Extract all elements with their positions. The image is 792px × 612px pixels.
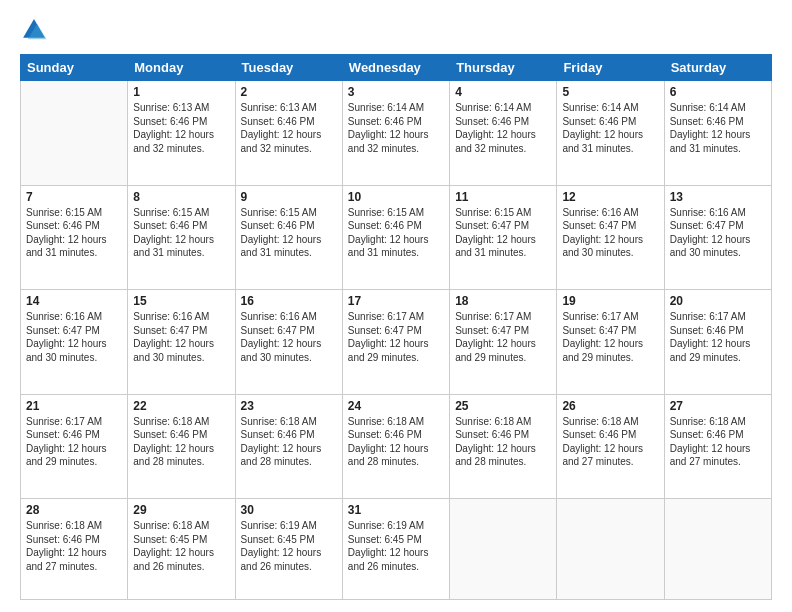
table-row: 14Sunrise: 6:16 AM Sunset: 6:47 PM Dayli… [21,290,128,395]
day-number: 8 [133,190,229,204]
day-number: 15 [133,294,229,308]
day-info: Sunrise: 6:13 AM Sunset: 6:46 PM Dayligh… [133,101,229,155]
table-row: 30Sunrise: 6:19 AM Sunset: 6:45 PM Dayli… [235,499,342,600]
logo [20,16,52,44]
table-row [21,81,128,186]
day-info: Sunrise: 6:18 AM Sunset: 6:46 PM Dayligh… [241,415,337,469]
table-row: 16Sunrise: 6:16 AM Sunset: 6:47 PM Dayli… [235,290,342,395]
day-number: 24 [348,399,444,413]
day-number: 3 [348,85,444,99]
day-info: Sunrise: 6:15 AM Sunset: 6:47 PM Dayligh… [455,206,551,260]
col-friday: Friday [557,55,664,81]
col-wednesday: Wednesday [342,55,449,81]
col-saturday: Saturday [664,55,771,81]
day-info: Sunrise: 6:18 AM Sunset: 6:46 PM Dayligh… [455,415,551,469]
day-info: Sunrise: 6:16 AM Sunset: 6:47 PM Dayligh… [562,206,658,260]
table-row: 21Sunrise: 6:17 AM Sunset: 6:46 PM Dayli… [21,394,128,499]
table-row: 10Sunrise: 6:15 AM Sunset: 6:46 PM Dayli… [342,185,449,290]
col-sunday: Sunday [21,55,128,81]
day-number: 6 [670,85,766,99]
table-row: 19Sunrise: 6:17 AM Sunset: 6:47 PM Dayli… [557,290,664,395]
day-info: Sunrise: 6:15 AM Sunset: 6:46 PM Dayligh… [241,206,337,260]
table-row: 31Sunrise: 6:19 AM Sunset: 6:45 PM Dayli… [342,499,449,600]
table-row: 8Sunrise: 6:15 AM Sunset: 6:46 PM Daylig… [128,185,235,290]
day-number: 7 [26,190,122,204]
table-row: 23Sunrise: 6:18 AM Sunset: 6:46 PM Dayli… [235,394,342,499]
day-info: Sunrise: 6:17 AM Sunset: 6:46 PM Dayligh… [670,310,766,364]
day-info: Sunrise: 6:17 AM Sunset: 6:47 PM Dayligh… [455,310,551,364]
day-info: Sunrise: 6:15 AM Sunset: 6:46 PM Dayligh… [26,206,122,260]
day-number: 18 [455,294,551,308]
day-info: Sunrise: 6:18 AM Sunset: 6:46 PM Dayligh… [562,415,658,469]
day-info: Sunrise: 6:17 AM Sunset: 6:47 PM Dayligh… [562,310,658,364]
day-info: Sunrise: 6:15 AM Sunset: 6:46 PM Dayligh… [348,206,444,260]
day-number: 31 [348,503,444,517]
day-info: Sunrise: 6:14 AM Sunset: 6:46 PM Dayligh… [670,101,766,155]
calendar-week-row: 14Sunrise: 6:16 AM Sunset: 6:47 PM Dayli… [21,290,772,395]
table-row [450,499,557,600]
day-info: Sunrise: 6:15 AM Sunset: 6:46 PM Dayligh… [133,206,229,260]
table-row: 4Sunrise: 6:14 AM Sunset: 6:46 PM Daylig… [450,81,557,186]
day-number: 16 [241,294,337,308]
day-info: Sunrise: 6:16 AM Sunset: 6:47 PM Dayligh… [241,310,337,364]
day-info: Sunrise: 6:14 AM Sunset: 6:46 PM Dayligh… [562,101,658,155]
day-info: Sunrise: 6:18 AM Sunset: 6:46 PM Dayligh… [133,415,229,469]
day-number: 10 [348,190,444,204]
calendar-week-row: 1Sunrise: 6:13 AM Sunset: 6:46 PM Daylig… [21,81,772,186]
table-row: 7Sunrise: 6:15 AM Sunset: 6:46 PM Daylig… [21,185,128,290]
table-row: 18Sunrise: 6:17 AM Sunset: 6:47 PM Dayli… [450,290,557,395]
table-row: 13Sunrise: 6:16 AM Sunset: 6:47 PM Dayli… [664,185,771,290]
table-row: 27Sunrise: 6:18 AM Sunset: 6:46 PM Dayli… [664,394,771,499]
calendar-header-row: Sunday Monday Tuesday Wednesday Thursday… [21,55,772,81]
day-number: 19 [562,294,658,308]
day-info: Sunrise: 6:17 AM Sunset: 6:47 PM Dayligh… [348,310,444,364]
day-info: Sunrise: 6:18 AM Sunset: 6:46 PM Dayligh… [670,415,766,469]
table-row: 28Sunrise: 6:18 AM Sunset: 6:46 PM Dayli… [21,499,128,600]
table-row: 22Sunrise: 6:18 AM Sunset: 6:46 PM Dayli… [128,394,235,499]
day-number: 11 [455,190,551,204]
table-row: 29Sunrise: 6:18 AM Sunset: 6:45 PM Dayli… [128,499,235,600]
day-number: 27 [670,399,766,413]
day-info: Sunrise: 6:18 AM Sunset: 6:46 PM Dayligh… [348,415,444,469]
day-number: 12 [562,190,658,204]
header [20,16,772,44]
day-number: 23 [241,399,337,413]
day-number: 2 [241,85,337,99]
col-thursday: Thursday [450,55,557,81]
calendar-week-row: 7Sunrise: 6:15 AM Sunset: 6:46 PM Daylig… [21,185,772,290]
day-number: 17 [348,294,444,308]
day-info: Sunrise: 6:16 AM Sunset: 6:47 PM Dayligh… [26,310,122,364]
day-number: 29 [133,503,229,517]
day-info: Sunrise: 6:16 AM Sunset: 6:47 PM Dayligh… [670,206,766,260]
day-info: Sunrise: 6:19 AM Sunset: 6:45 PM Dayligh… [241,519,337,573]
day-info: Sunrise: 6:18 AM Sunset: 6:45 PM Dayligh… [133,519,229,573]
table-row: 24Sunrise: 6:18 AM Sunset: 6:46 PM Dayli… [342,394,449,499]
day-number: 5 [562,85,658,99]
day-number: 13 [670,190,766,204]
table-row: 15Sunrise: 6:16 AM Sunset: 6:47 PM Dayli… [128,290,235,395]
day-number: 9 [241,190,337,204]
day-info: Sunrise: 6:14 AM Sunset: 6:46 PM Dayligh… [455,101,551,155]
table-row: 2Sunrise: 6:13 AM Sunset: 6:46 PM Daylig… [235,81,342,186]
table-row: 25Sunrise: 6:18 AM Sunset: 6:46 PM Dayli… [450,394,557,499]
table-row: 5Sunrise: 6:14 AM Sunset: 6:46 PM Daylig… [557,81,664,186]
table-row: 12Sunrise: 6:16 AM Sunset: 6:47 PM Dayli… [557,185,664,290]
calendar-week-row: 21Sunrise: 6:17 AM Sunset: 6:46 PM Dayli… [21,394,772,499]
calendar-week-row: 28Sunrise: 6:18 AM Sunset: 6:46 PM Dayli… [21,499,772,600]
day-info: Sunrise: 6:19 AM Sunset: 6:45 PM Dayligh… [348,519,444,573]
table-row: 17Sunrise: 6:17 AM Sunset: 6:47 PM Dayli… [342,290,449,395]
calendar: Sunday Monday Tuesday Wednesday Thursday… [20,54,772,600]
col-monday: Monday [128,55,235,81]
col-tuesday: Tuesday [235,55,342,81]
table-row: 6Sunrise: 6:14 AM Sunset: 6:46 PM Daylig… [664,81,771,186]
day-number: 28 [26,503,122,517]
day-number: 22 [133,399,229,413]
table-row: 1Sunrise: 6:13 AM Sunset: 6:46 PM Daylig… [128,81,235,186]
table-row: 11Sunrise: 6:15 AM Sunset: 6:47 PM Dayli… [450,185,557,290]
day-number: 21 [26,399,122,413]
day-info: Sunrise: 6:13 AM Sunset: 6:46 PM Dayligh… [241,101,337,155]
day-info: Sunrise: 6:14 AM Sunset: 6:46 PM Dayligh… [348,101,444,155]
day-number: 30 [241,503,337,517]
logo-icon [20,16,48,44]
table-row: 3Sunrise: 6:14 AM Sunset: 6:46 PM Daylig… [342,81,449,186]
